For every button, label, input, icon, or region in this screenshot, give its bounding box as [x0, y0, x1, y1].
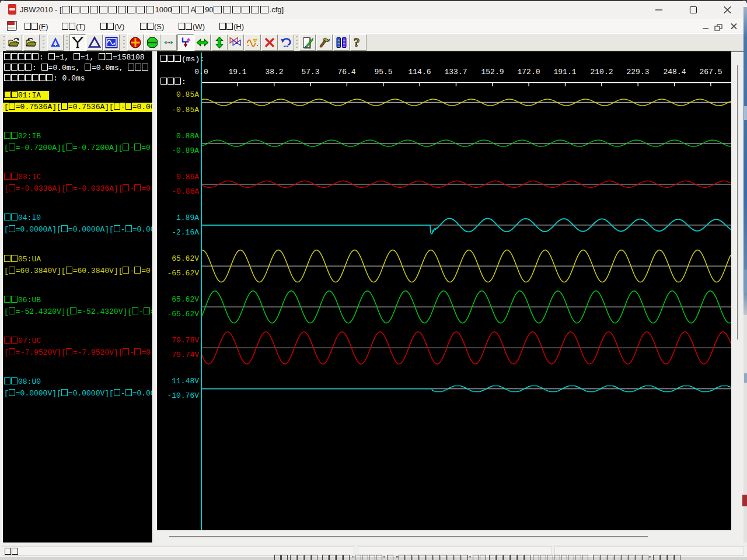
svg-text:?: ? [354, 36, 360, 50]
